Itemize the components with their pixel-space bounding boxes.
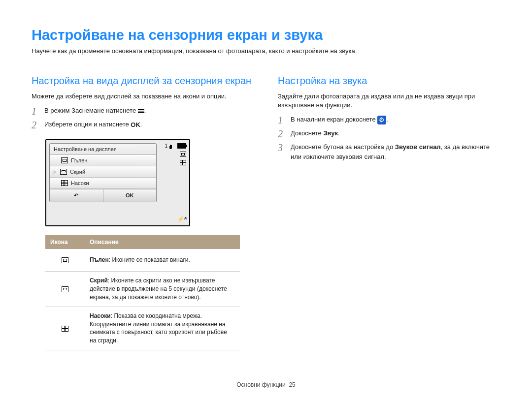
ok-button[interactable]: OK [103,189,157,202]
step-text-post: . [386,116,388,123]
footer-section: Основни функции [236,381,286,388]
menu-item-label: Пълен [71,157,87,163]
left-intro: Можете да изберете вид дисплей за показв… [32,92,254,101]
row-title: Пълен [90,256,109,263]
grid-mode-icon [180,160,186,165]
table-row: Пълен: Иконите се показват винаги. [45,249,240,272]
grid-icon [61,180,68,186]
table-row: Насоки: Показва се координатна мрежа. Ко… [45,307,240,350]
menu-item-label: Скрий [70,169,85,175]
menu-item-hide[interactable]: Скрий [50,166,156,178]
step-number: 1 [278,115,286,125]
status-bar: 1 [165,143,186,165]
right-heading: Настройка на звука [278,74,500,87]
row-desc: : Иконите са скрити ако не извършвате де… [90,277,227,301]
left-heading: Настройка на вида дисплей за сензорния е… [32,74,254,87]
table-header-desc: Описание [85,235,240,249]
menu-item-label: Насоки [71,180,89,186]
grid-icon [62,326,68,332]
step-number: 3 [278,142,286,153]
menu-icon [138,108,144,114]
row-desc: : Иконите се показват винаги. [109,256,190,263]
right-step-1: 1 В началния екран докоснете ⚙. [278,115,500,125]
step-number: 2 [32,120,39,130]
left-steps: 1 В режим Заснемане натиснете . 2 Избере… [32,106,254,130]
step-text: Докоснете бутона за настройка до [291,143,395,151]
menu-item-full[interactable]: Пълен [50,155,156,166]
step-text-post: . [144,107,146,114]
menu-title: Настройване на дисплея [50,144,156,155]
step-number: 1 [32,106,39,117]
page-footer: Основни функции 25 [0,381,532,388]
back-button[interactable]: ↶ [50,189,103,202]
full-icon [62,257,68,263]
right-steps: 1 В началния екран докоснете ⚙. 2 Докосн… [278,115,500,161]
table-row: Скрий: Иконите са скрити ако не извършва… [45,272,240,307]
step-text-post: . [338,129,340,137]
hide-icon [60,169,67,175]
left-step-2: 2 Изберете опция и натиснете OK. [32,120,254,130]
signal-icon [169,144,175,149]
row-title: Насоки [90,312,111,319]
flash-indicator: ⚡ᴬ [177,216,186,222]
display-mode-icon [180,152,186,157]
step-text: В режим Заснемане натиснете [44,107,138,114]
step-number: 2 [278,128,286,139]
table-header-icon: Икона [45,235,85,249]
step-text-post: . [140,121,142,128]
page-title: Настройване на сензорния екран и звука [32,27,500,43]
battery-icon [177,143,186,149]
step-text: Изберете опция и натиснете [44,121,131,128]
right-column: Настройка на звука Задайте дали фотоапар… [278,74,500,350]
camera-screenshot: Настройване на дисплея Пълен Скрий Насок… [45,139,190,226]
shot-counter: 1 [165,143,167,149]
left-column: Настройка на вида дисплей за сензорния е… [32,74,254,350]
right-intro: Задайте дали фотоапарата да издава или д… [278,92,500,110]
ok-icon: OK [131,120,140,130]
row-desc: : Показва се координатна мрежа. Координа… [90,312,227,344]
full-icon [61,157,68,163]
display-menu: Настройване на дисплея Пълен Скрий Насок… [49,143,157,202]
step-text: В началния екран докоснете [291,116,377,123]
step-text: Докоснете [291,129,323,137]
row-title: Скрий [90,277,108,284]
hide-icon [62,286,68,292]
page-subtitle: Научете как да променяте основната инфор… [32,47,500,55]
right-step-2: 2 Докоснете Звук. [278,128,500,139]
bold-term: Звук [323,129,338,137]
right-step-3: 3 Докоснете бутона за настройка до Звуко… [278,142,500,161]
bold-term: Звуков сигнал [395,143,441,151]
left-step-1: 1 В режим Заснемане натиснете . [32,106,254,117]
footer-page-number: 25 [289,381,295,388]
menu-item-guides[interactable]: Насоки [50,178,156,189]
description-table: Икона Описание Пълен: Иконите се показва… [45,235,240,350]
gear-icon: ⚙ [377,116,386,124]
